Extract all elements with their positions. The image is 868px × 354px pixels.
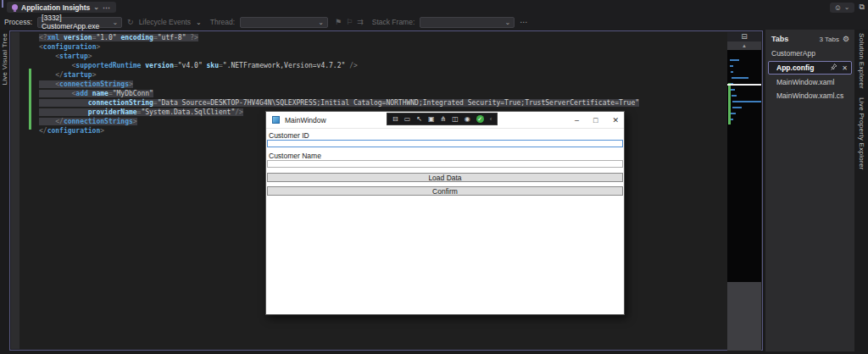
hot-reload-icon[interactable]: ◉ [465,113,470,125]
minimap-line [730,65,733,67]
screenshot-icon[interactable]: ▭ [404,113,411,125]
code-line[interactable]: <?xml version="1.0" encoding="utf-8" ?> [39,33,639,42]
chevron-down-icon[interactable]: ⌄ [93,3,99,11]
customer-name-input[interactable] [267,160,623,168]
scrollbar-track[interactable] [727,282,761,351]
tab-item-app-config[interactable]: App.config✕ [768,61,852,75]
gear-icon[interactable]: ⚙ [843,35,849,43]
minimap[interactable] [727,50,761,282]
feedback-button[interactable]: ☺ ⌄ [830,3,854,13]
lifecycle-events-label[interactable]: Lifecycle Events [139,18,191,26]
customer-id-input[interactable] [267,140,623,147]
code-line[interactable]: <connectionStrings> [39,80,639,89]
right-tool-rail: Solution ExplorerLive Property Explorer [854,30,868,354]
split-editor-grip[interactable]: ⊟ [727,32,761,41]
process-label: Process: [4,18,32,26]
minimap-line [731,113,736,114]
maximize-button[interactable]: □ [593,116,598,124]
breakpoint-margin[interactable] [11,32,19,349]
confirm-button[interactable]: Confirm [267,186,623,196]
application-insights-icon [12,4,18,10]
app-window-title-bar[interactable]: MainWindow ⊟▭↖▣⋔◫◉✓‹ – □ ✕ [266,112,624,129]
thread-label: Thread: [210,18,235,26]
hot-reload-status-icon[interactable]: ✓ [476,115,484,123]
close-button[interactable]: ✕ [612,116,619,124]
code-line[interactable]: connectionString="Data Source=DESKTOP-7H… [39,98,639,108]
chevron-down-icon: ⌄ [318,19,324,26]
tabs-count-label: 3 Tabs [819,36,838,43]
chevron-down-icon: ⌄ [196,19,202,26]
chevron-down-icon: ⌄ [112,19,118,26]
chevron-down-icon: ⌄ [505,19,511,26]
tab-item-label: App.config [776,64,814,72]
chevron-down-icon[interactable]: ⌄ [844,3,850,11]
code-line[interactable]: </startup> [39,70,639,80]
tab-item-mainwindow-xaml-cs[interactable]: MainWindow.xaml.cs [765,89,854,102]
minimap-line [730,59,739,61]
minimap-caret-line [727,84,761,86]
tabs-panel-title: Tabs [771,35,788,43]
minimap-line [732,107,742,108]
live-property-explorer-tab[interactable]: Live Property Explorer [858,97,865,170]
minimize-button[interactable]: – [575,116,579,124]
code-line[interactable]: <supportedRuntime version="v4.0" sku=".N… [39,61,639,70]
in-app-debug-toolbar[interactable]: ⊟▭↖▣⋔◫◉✓‹ [387,113,498,125]
window-icon [272,116,280,124]
minimap-line [732,101,761,102]
display-adorners-icon[interactable]: ▣ [428,113,435,125]
flag-outline-icon[interactable]: ⚐ [346,18,353,26]
code-line[interactable]: <startup> [39,52,639,61]
feedback-icon: ☺ [834,3,842,12]
thread-dropdown[interactable]: ⌄ [240,17,328,28]
application-insights-label: Application Insights [21,3,90,12]
xaml-binding-failures-icon[interactable]: ◫ [452,113,459,125]
load-data-button[interactable]: Load Data [267,173,623,182]
process-value: [3332] CustomerApp.exe [42,14,107,30]
code-line[interactable]: <configuration> [39,42,639,52]
tab-item-label: MainWindow.xaml [776,78,835,86]
track-focused-element-icon[interactable]: ⋔ [441,113,447,125]
scroll-up-icon[interactable]: ▲ [727,41,761,50]
application-insights-button[interactable]: Application Insights ⌄ ⋯ [7,2,116,13]
project-group-label: CustomerApp [765,47,854,60]
live-visual-tree-icon[interactable]: ⊟ [392,113,398,125]
tab-item-mainwindow-xaml[interactable]: MainWindow.xaml [765,75,854,89]
change-tracking-bar [29,69,31,130]
link-icon[interactable]: ⧉ [860,3,865,12]
code-line[interactable]: <add name="MyDbConn" [39,89,639,98]
solution-explorer-tab[interactable]: Solution Explorer [858,33,865,89]
minimap-line [731,89,735,91]
left-tool-rail: Live Visual Tree [0,30,9,354]
mainwindow-app-window[interactable]: MainWindow ⊟▭↖▣⋔◫◉✓‹ – □ ✕ Customer ID C… [265,111,625,315]
app-window-title: MainWindow [285,116,326,124]
more-options-icon[interactable]: ⋯ [103,3,111,12]
tabs-panel: Tabs 3 Tabs ⚙ CustomerApp App.config✕Mai… [765,30,854,351]
tab-item-label: MainWindow.xaml.cs [776,91,843,100]
minimap-line [731,71,733,73]
toolbar-overflow-icon[interactable]: ⋯ [520,18,528,26]
lifecycle-events-icon[interactable]: ↻ [127,18,134,26]
collapse-toolbar-icon[interactable]: ‹ [490,113,492,125]
threads-icon[interactable]: ⇉ [357,18,364,26]
flag-filled-icon[interactable]: ⚑ [335,18,342,26]
process-dropdown[interactable]: [3332] CustomerApp.exe ⌄ [37,17,122,28]
window-edge-accent [2,0,3,8]
stack-frame-dropdown[interactable]: ⌄ [420,17,515,28]
customer-id-label: Customer ID [269,131,309,140]
ide-title-bar: Application Insights ⌄ ⋯ ☺ ⌄ ⧉ [0,0,868,14]
scrollbar-column[interactable]: ⊟ ▲ [727,32,761,351]
debug-location-toolbar: Process: [3332] CustomerApp.exe ⌄ ↻ Life… [0,14,868,30]
minimap-line [732,95,737,97]
select-element-icon[interactable]: ↖ [416,113,422,125]
app-window-content: Customer ID Customer Name Load Data Conf… [266,129,624,314]
customer-name-label: Customer Name [269,152,321,160]
minimap-change-bar [728,83,731,124]
stack-frame-label: Stack Frame: [372,18,415,26]
minimap-line [732,77,748,79]
close-tab-icon[interactable]: ✕ [842,64,848,72]
vs-ide-screen: Application Insights ⌄ ⋯ ☺ ⌄ ⧉ Process: … [0,0,868,354]
live-visual-tree-tab[interactable]: Live Visual Tree [1,33,8,86]
pin-icon[interactable] [831,64,837,72]
